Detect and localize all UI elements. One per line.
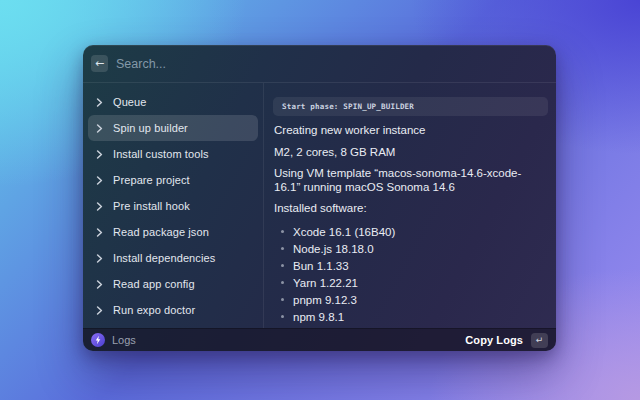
search-bar: ← — [83, 45, 556, 83]
phase-banner-text: Start phase: SPIN_UP_BUILDER — [282, 102, 414, 111]
chevron-right-icon — [96, 124, 103, 133]
sidebar-item-install-dependencies[interactable]: Install dependencies — [88, 245, 258, 271]
copy-logs-label: Copy Logs — [465, 334, 523, 346]
sidebar-item-label: Spin up builder — [113, 122, 188, 134]
software-item: Bun 1.1.33 — [279, 257, 548, 274]
sidebar-item-label: Install dependencies — [113, 252, 215, 264]
log-line: Creating new worker instance — [274, 124, 546, 138]
chevron-right-icon — [96, 98, 103, 107]
sidebar-item-read-package-json[interactable]: Read package json — [88, 219, 258, 245]
sidebar-item-prepare-project[interactable]: Prepare project — [88, 167, 258, 193]
chevron-right-icon — [96, 280, 103, 289]
log-line: M2, 2 cores, 8 GB RAM — [274, 146, 546, 160]
chevron-right-icon — [96, 254, 103, 263]
sidebar-item-label: Read app config — [113, 278, 195, 290]
chevron-right-icon — [96, 306, 103, 315]
enter-keycap: ↵ — [531, 333, 548, 348]
logs-label: Logs — [112, 334, 136, 346]
log-lines: Creating new worker instanceM2, 2 cores,… — [273, 124, 548, 216]
logs-button[interactable]: Logs — [91, 333, 136, 347]
log-content-panel: Start phase: SPIN_UP_BUILDER Creating ne… — [264, 83, 556, 328]
app-bolt-icon — [91, 333, 105, 347]
sidebar-item-label: Queue — [113, 96, 147, 108]
chevron-right-icon — [96, 202, 103, 211]
log-line: Using VM template “macos-sonoma-14.6-xco… — [274, 167, 546, 194]
enter-key-icon: ↵ — [536, 335, 544, 345]
software-item: Yarn 1.22.21 — [279, 274, 548, 291]
sidebar-item-install-custom-tools[interactable]: Install custom tools — [88, 141, 258, 167]
sidebar-item-run-expo-doctor[interactable]: Run expo doctor — [88, 297, 258, 323]
software-item: Xcode 16.1 (16B40) — [279, 223, 548, 240]
back-arrow-icon: ← — [95, 56, 104, 72]
desktop-background: { "search": { "placeholder": "Search..."… — [0, 0, 640, 400]
sidebar-item-label: Install custom tools — [113, 148, 209, 160]
software-item: pnpm 9.12.3 — [279, 291, 548, 308]
software-item: npm 9.8.1 — [279, 308, 548, 325]
build-steps-sidebar: QueueSpin up builderInstall custom tools… — [83, 83, 264, 328]
sidebar-item-read-app-config[interactable]: Read app config — [88, 271, 258, 297]
phase-banner: Start phase: SPIN_UP_BUILDER — [273, 97, 548, 116]
sidebar-item-label: Prepare project — [113, 174, 190, 186]
sidebar-item-pre-install-hook[interactable]: Pre install hook — [88, 193, 258, 219]
chevron-right-icon — [96, 176, 103, 185]
window-body: QueueSpin up builderInstall custom tools… — [83, 83, 556, 328]
footer-bar: Logs Copy Logs ↵ — [83, 328, 556, 351]
sidebar-item-label: Read package json — [113, 226, 209, 238]
sidebar-item-queue[interactable]: Queue — [88, 89, 258, 115]
back-button[interactable]: ← — [91, 55, 108, 72]
sidebar-item-label: Pre install hook — [113, 200, 190, 212]
chevron-right-icon — [96, 228, 103, 237]
log-line: Installed software: — [274, 202, 546, 216]
command-palette-window: ← QueueSpin up builderInstall custom too… — [83, 45, 556, 351]
chevron-right-icon — [96, 150, 103, 159]
search-input[interactable] — [116, 57, 546, 71]
copy-logs-button[interactable]: Copy Logs ↵ — [465, 333, 548, 348]
installed-software-list: Xcode 16.1 (16B40)Node.js 18.18.0Bun 1.1… — [279, 223, 548, 328]
sidebar-item-spin-up-builder[interactable]: Spin up builder — [88, 115, 258, 141]
software-item: Node.js 18.18.0 — [279, 240, 548, 257]
sidebar-item-label: Run expo doctor — [113, 304, 195, 316]
